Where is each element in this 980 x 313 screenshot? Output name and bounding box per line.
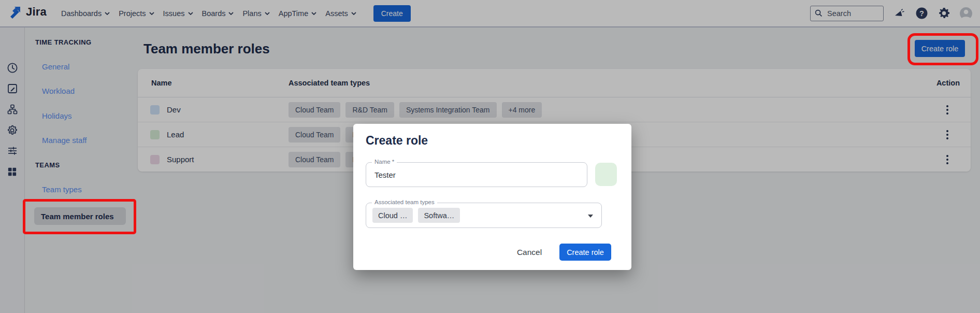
cancel-button[interactable]: Cancel: [509, 244, 550, 261]
create-role-modal: Create role Name * Associated team types…: [353, 124, 631, 270]
dropdown-caret-icon[interactable]: [588, 215, 593, 218]
name-field[interactable]: Name *: [366, 162, 587, 187]
team-type-chip: Cloud …: [372, 208, 413, 223]
modal-create-role-button[interactable]: Create role: [559, 244, 611, 261]
name-field-label: Name *: [372, 159, 397, 165]
modal-title: Create role: [366, 134, 428, 148]
team-type-chip: Softwa…: [418, 208, 460, 223]
associated-team-types-field[interactable]: Associated team types Cloud … Softwa…: [366, 203, 602, 228]
name-input[interactable]: [371, 166, 579, 183]
selected-team-type-chips: Cloud … Softwa…: [372, 203, 460, 227]
app-root: Jira Dashboards Projects Issues Boards P…: [0, 0, 980, 313]
role-color-picker[interactable]: [595, 163, 617, 186]
